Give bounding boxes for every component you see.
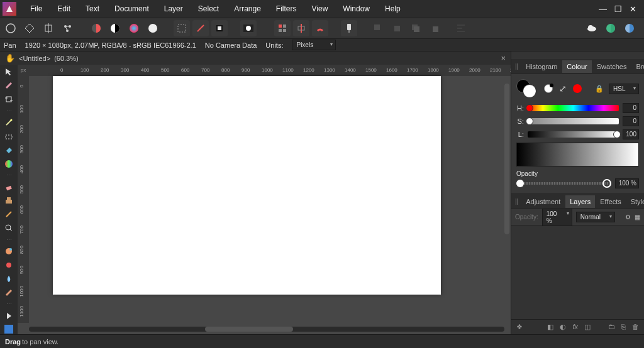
tab-effects[interactable]: Effects: [596, 195, 625, 208]
menu-layer[interactable]: Layer: [157, 0, 191, 18]
auto-white-icon[interactable]: [145, 20, 161, 36]
sat-slider[interactable]: [528, 118, 619, 124]
mask-icon[interactable]: ◧: [547, 323, 553, 331]
lock-icon[interactable]: 🔒: [595, 85, 604, 93]
smudge-tool-icon[interactable]: [3, 288, 14, 297]
marquee-tool-icon[interactable]: [3, 132, 14, 141]
move-tool-icon[interactable]: [3, 67, 14, 77]
fx-icon[interactable]: fx: [572, 323, 578, 331]
quick-mask-icon[interactable]: [240, 20, 257, 36]
pencil-tool-icon[interactable]: [3, 210, 14, 219]
hscroll-thumb[interactable]: [205, 327, 293, 332]
marker-icon[interactable]: [211, 20, 228, 36]
tab-brushes[interactable]: Brushes: [631, 60, 644, 73]
clone-tool-icon[interactable]: [3, 196, 14, 205]
app-logo[interactable]: [3, 2, 16, 16]
recent-color-swatch[interactable]: [573, 84, 582, 93]
eraser-tool-icon[interactable]: [3, 182, 14, 192]
color-swatch-stack[interactable]: [516, 79, 538, 98]
healing-tool-icon[interactable]: [3, 247, 14, 256]
opacity-slider[interactable]: [516, 182, 611, 185]
minimize-icon[interactable]: —: [599, 4, 607, 14]
vscroll-thumb[interactable]: [504, 84, 509, 234]
color-swatch-tool[interactable]: [3, 325, 14, 334]
auto-colors-icon[interactable]: [126, 20, 142, 36]
menu-edit[interactable]: Edit: [50, 0, 78, 18]
store-icon[interactable]: [621, 20, 638, 36]
arrange-front-icon[interactable]: [426, 20, 443, 36]
tab-colour[interactable]: Colour: [562, 60, 591, 73]
arrange-back-icon[interactable]: [370, 20, 386, 36]
menu-file[interactable]: File: [23, 0, 50, 18]
wand-tool-icon[interactable]: [3, 118, 14, 128]
units-select[interactable]: Pixels: [292, 40, 336, 50]
account-icon[interactable]: [602, 20, 619, 36]
menu-view[interactable]: View: [304, 0, 336, 18]
lightness-ramp[interactable]: [516, 143, 639, 166]
snap-toggle-icon[interactable]: [312, 20, 328, 36]
canvas[interactable]: [53, 76, 441, 295]
trash-icon[interactable]: 🗑: [632, 323, 639, 331]
cloud-icon[interactable]: [584, 20, 600, 36]
brush-tool-icon[interactable]: [3, 81, 14, 90]
blend-mode-select[interactable]: Normal: [576, 212, 615, 222]
close-icon[interactable]: ✕: [630, 4, 636, 14]
menu-arrange[interactable]: Arrange: [226, 0, 269, 18]
crop-line-icon[interactable]: [192, 20, 209, 36]
auto-levels-icon[interactable]: [88, 20, 104, 36]
panel-drag-handle-icon[interactable]: ||: [515, 198, 518, 205]
align-icon[interactable]: [453, 20, 469, 36]
guides-toggle-icon[interactable]: [293, 20, 309, 36]
vertical-scrollbar[interactable]: [504, 77, 509, 322]
menu-document[interactable]: Document: [107, 0, 157, 18]
menu-filters[interactable]: Filters: [269, 0, 304, 18]
crop-tool-icon[interactable]: [3, 95, 14, 104]
ruler-horizontal[interactable]: 0100200300400500600700800900100011001200…: [29, 65, 511, 76]
menu-select[interactable]: Select: [191, 0, 226, 18]
persona-develop-icon[interactable]: [40, 20, 57, 36]
adjustment-icon[interactable]: ◐: [560, 323, 566, 331]
dots-icon[interactable]: ⋯: [3, 109, 14, 114]
persona-liquify-icon[interactable]: [21, 20, 38, 36]
sat-value[interactable]: 0: [623, 116, 639, 126]
grid-toggle-icon[interactable]: [274, 20, 291, 36]
blur-tool-icon[interactable]: [3, 274, 14, 283]
layer-stack-icon[interactable]: ❖: [516, 323, 523, 331]
gear-icon[interactable]: ⚙: [625, 214, 631, 220]
bucket-tool-icon[interactable]: [3, 145, 14, 155]
dots-icon-4[interactable]: ⋯: [3, 302, 14, 307]
menu-help[interactable]: Help: [377, 0, 408, 18]
panel-drag-handle-icon[interactable]: ||: [515, 63, 518, 70]
group-icon[interactable]: 🗀: [608, 323, 615, 331]
auto-contrast-icon[interactable]: [107, 20, 123, 36]
assistant-icon[interactable]: [341, 20, 357, 36]
link-icon[interactable]: ⎘: [621, 323, 626, 331]
crop-layer-icon[interactable]: ◫: [584, 323, 591, 331]
dots-icon-3[interactable]: ⋯: [3, 237, 14, 242]
dots-icon-2[interactable]: ⋯: [3, 173, 14, 178]
maximize-icon[interactable]: ❐: [614, 4, 622, 14]
tab-layers[interactable]: Layers: [565, 195, 595, 208]
tab-swatches[interactable]: Swatches: [592, 60, 631, 73]
zoom-tool-icon[interactable]: [3, 224, 14, 233]
light-value[interactable]: 100: [623, 129, 639, 139]
color-mode-select[interactable]: HSL: [609, 84, 639, 94]
eyedropper-icon[interactable]: ⤢: [559, 84, 567, 94]
reset-swatch-icon[interactable]: [544, 84, 553, 93]
light-slider[interactable]: [528, 131, 619, 138]
persona-export-icon[interactable]: [59, 20, 75, 36]
arrange-forward-icon[interactable]: [408, 20, 424, 36]
document-title[interactable]: <Untitled>: [19, 55, 50, 62]
menu-window[interactable]: Window: [335, 0, 377, 18]
persona-photo-icon[interactable]: [3, 20, 19, 36]
close-document-icon[interactable]: ×: [501, 53, 511, 63]
horizontal-scrollbar[interactable]: [29, 327, 504, 332]
arrange-backward-icon[interactable]: [389, 20, 405, 36]
layer-opacity-select[interactable]: 100 %: [542, 209, 572, 226]
gradient-tool-icon[interactable]: [3, 159, 14, 168]
hue-slider[interactable]: [528, 105, 619, 111]
layers-list[interactable]: [511, 226, 644, 319]
selection-tool-icon[interactable]: [174, 20, 190, 36]
checker-icon[interactable]: ▦: [635, 214, 640, 220]
play-icon[interactable]: [3, 311, 14, 320]
